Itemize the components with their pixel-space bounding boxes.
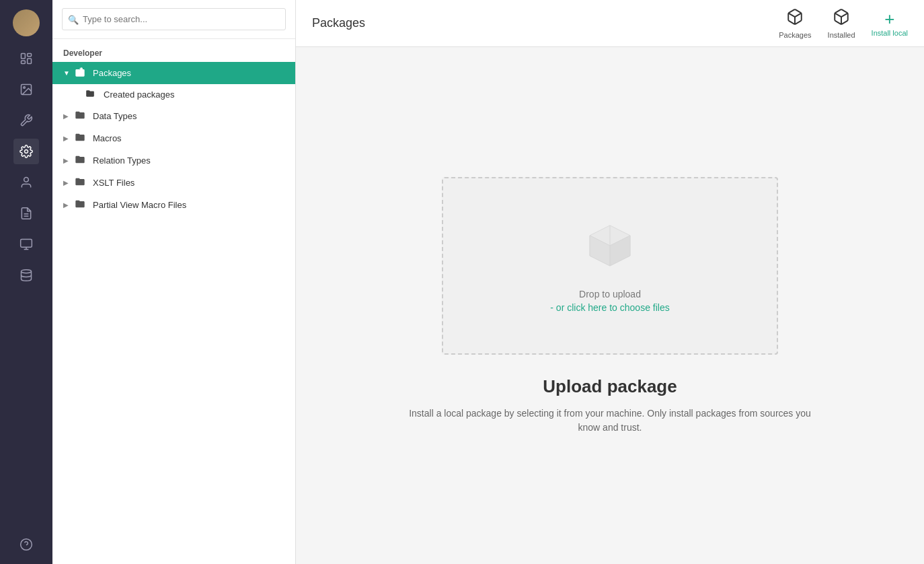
nav-content[interactable]: [13, 46, 39, 71]
header-actions: Packages Installed + Install local: [779, 8, 908, 39]
sidebar-item-packages[interactable]: ▼ Packages: [52, 62, 295, 84]
upload-dropzone[interactable]: Drop to upload - or click here to choose…: [442, 177, 778, 355]
macros-label: Macros: [93, 133, 122, 143]
partial-view-label: Partial View Macro Files: [93, 200, 186, 210]
search-input[interactable]: [62, 8, 286, 30]
sidebar-item-partial-view-macro-files[interactable]: ▶ Partial View Macro Files: [52, 194, 295, 216]
data-types-folder-icon: [74, 110, 87, 122]
drop-link: - or click here to choose files: [550, 302, 669, 313]
nav-media[interactable]: [13, 77, 39, 102]
install-local-icon: +: [884, 10, 894, 28]
sidebar-item-xslt-files[interactable]: ▶ XSLT Files: [52, 172, 295, 194]
svg-point-5: [24, 87, 26, 89]
upload-desc: Install a local package by selecting it …: [408, 407, 812, 435]
chevron-right-icon-4: ▶: [63, 179, 71, 186]
sidebar-search-area: 🔍: [52, 0, 295, 39]
relation-types-label: Relation Types: [93, 155, 151, 166]
data-types-label: Data Types: [93, 111, 137, 121]
svg-rect-0: [22, 54, 26, 59]
nav-forms[interactable]: [13, 201, 39, 226]
packages-folder-icon: [74, 67, 87, 79]
nav-components[interactable]: [13, 232, 39, 257]
chevron-right-icon-2: ▶: [63, 135, 71, 142]
svg-rect-10: [21, 240, 32, 248]
sidebar: 🔍 Developer ▼ Packages Created packages: [52, 0, 296, 564]
chevron-right-icon: ▶: [63, 112, 71, 120]
svg-rect-2: [28, 59, 32, 64]
xslt-files-folder-icon: [74, 176, 87, 189]
sidebar-section-title: Developer: [52, 39, 295, 62]
xslt-files-label: XSLT Files: [93, 178, 134, 188]
packages-action-icon: [786, 8, 804, 30]
svg-point-7: [24, 178, 29, 182]
search-icon: 🔍: [68, 14, 79, 24]
nav-help[interactable]: [13, 532, 39, 557]
svg-rect-1: [28, 54, 32, 57]
drop-text: Drop to upload: [579, 289, 641, 299]
partial-view-folder-icon: [74, 199, 87, 211]
nav-database[interactable]: [13, 262, 39, 288]
main-header: Packages Packages: [296, 0, 924, 47]
relation-types-folder-icon: [74, 154, 87, 167]
install-local-label: Install local: [872, 29, 908, 37]
install-local-action[interactable]: + Install local: [872, 10, 908, 37]
main-content: Packages Packages: [296, 0, 924, 564]
packages-label: Packages: [93, 68, 131, 78]
installed-action-icon: [833, 8, 850, 30]
svg-point-13: [22, 270, 32, 273]
svg-point-14: [21, 539, 32, 551]
sidebar-content: Developer ▼ Packages Created packages ▶: [52, 39, 295, 564]
chevron-right-icon-5: ▶: [63, 201, 71, 209]
main-body: Drop to upload - or click here to choose…: [296, 47, 924, 564]
nav-users[interactable]: [13, 170, 39, 195]
svg-rect-3: [22, 61, 26, 63]
sidebar-item-data-types[interactable]: ▶ Data Types: [52, 105, 295, 127]
nav-tools[interactable]: [13, 108, 39, 133]
nav-settings[interactable]: [13, 139, 39, 164]
svg-point-6: [25, 150, 28, 153]
installed-action-label: Installed: [828, 31, 855, 39]
icon-bar: [0, 0, 52, 564]
upload-box-icon: [583, 219, 637, 273]
avatar[interactable]: [13, 9, 40, 36]
upload-title: Upload package: [543, 376, 677, 397]
sidebar-item-macros[interactable]: ▶ Macros: [52, 127, 295, 149]
chevron-down-icon: ▼: [63, 69, 71, 77]
installed-action[interactable]: Installed: [828, 8, 855, 39]
sidebar-item-created-packages[interactable]: Created packages: [52, 84, 295, 105]
macros-folder-icon: [74, 132, 87, 145]
chevron-right-icon-3: ▶: [63, 157, 71, 164]
page-title: Packages: [312, 16, 365, 30]
packages-action[interactable]: Packages: [779, 8, 811, 39]
created-packages-folder-icon: [85, 89, 98, 100]
box-icon-wrap: [583, 219, 637, 275]
packages-action-label: Packages: [779, 31, 811, 39]
sidebar-item-relation-types[interactable]: ▶ Relation Types: [52, 149, 295, 172]
created-packages-label: Created packages: [104, 90, 175, 100]
